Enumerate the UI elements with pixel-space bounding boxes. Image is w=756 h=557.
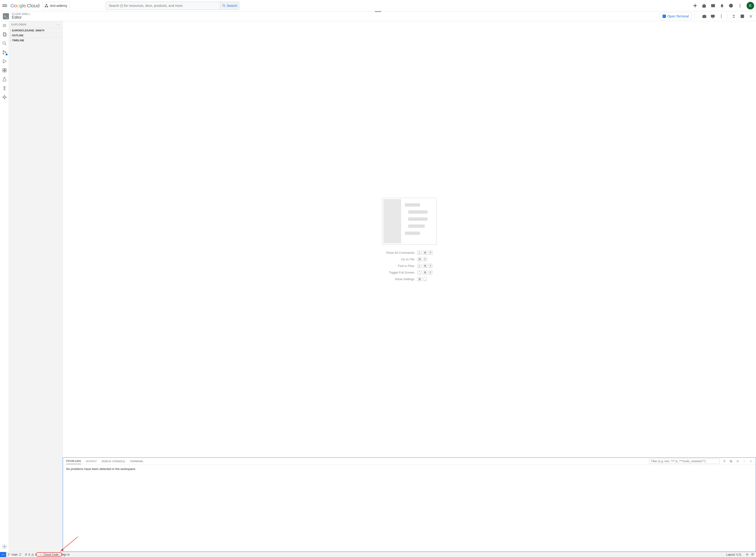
open-new-window-icon[interactable] xyxy=(740,14,745,19)
menu-icon[interactable] xyxy=(2,23,7,28)
welcome-view: Show All Commands⇧⌘PGo to File⌘PFind in … xyxy=(63,21,756,458)
gemini-status-icon[interactable] xyxy=(746,553,749,556)
search-button-label: Search xyxy=(227,4,237,7)
close-panel-icon[interactable] xyxy=(749,459,753,463)
extensions-icon[interactable] xyxy=(2,67,7,73)
explorer-header: EXPLORER ··· xyxy=(9,21,62,28)
explorer-more-icon[interactable]: ··· xyxy=(57,23,60,26)
open-terminal-button[interactable]: Open Terminal xyxy=(660,12,692,20)
panel-tab-terminal[interactable]: TERMINAL xyxy=(130,459,143,464)
drag-handle[interactable] xyxy=(375,11,381,12)
search-button[interactable]: Search xyxy=(220,2,239,9)
remote-indicator[interactable] xyxy=(0,552,6,557)
svg-point-29 xyxy=(3,53,4,54)
keycap: ⇧ xyxy=(417,264,422,268)
svg-rect-33 xyxy=(4,70,6,72)
cloud-shell-editor-icon: >_ xyxy=(3,13,9,19)
cloud-code-status-label: Cloud Code - Sign in xyxy=(44,553,69,556)
svg-rect-5 xyxy=(711,4,715,7)
svg-point-15 xyxy=(721,14,722,15)
view-as-list-icon[interactable] xyxy=(736,459,739,463)
hint-label: Show Settings xyxy=(386,277,414,281)
svg-rect-31 xyxy=(3,69,4,70)
gcp-header: Google Cloud test-aidemy Search E xyxy=(0,0,756,11)
gemini-icon[interactable] xyxy=(693,3,698,8)
gemini-sidebar-icon[interactable] xyxy=(2,94,7,100)
settings-gear-icon[interactable] xyxy=(2,544,7,550)
feedback-icon[interactable] xyxy=(751,553,754,556)
sync-icon xyxy=(19,553,22,556)
svg-point-45 xyxy=(10,554,10,554)
gift-icon[interactable] xyxy=(702,3,706,8)
problems-filter-input[interactable] xyxy=(649,459,720,464)
collapse-icon[interactable] xyxy=(731,14,736,19)
cloud-shell-sub-header: >_ CLOUD SHELL Editor Open Terminal xyxy=(0,11,756,21)
svg-line-1 xyxy=(224,6,225,7)
main-row: EXPLORER ··· ›EURONCLEGANE_666674 ›OUTLI… xyxy=(0,21,756,552)
panel-tab-debug-console[interactable]: DEBUG CONSOLE xyxy=(102,459,125,464)
git-branch-name: main xyxy=(11,553,18,556)
git-branch-item[interactable]: main xyxy=(6,553,23,556)
main-menu-icon[interactable] xyxy=(2,3,7,8)
google-cloud-logo[interactable]: Google Cloud xyxy=(10,3,39,8)
svg-point-9 xyxy=(740,7,740,7)
chevron-right-icon: › xyxy=(10,34,11,37)
cloud-code-status-icon xyxy=(39,553,43,556)
testing-icon[interactable] xyxy=(2,77,7,82)
svg-point-7 xyxy=(740,4,740,4)
warning-count: 0 xyxy=(35,553,37,556)
project-selector[interactable]: test-aidemy xyxy=(42,2,69,9)
shell-title-big: Editor xyxy=(12,15,30,20)
svg-rect-24 xyxy=(3,33,5,36)
sync-badge xyxy=(5,53,8,56)
error-icon xyxy=(25,553,28,556)
camera-icon[interactable] xyxy=(702,14,707,19)
svg-rect-36 xyxy=(730,460,731,462)
chevron-right-icon: › xyxy=(10,39,11,42)
cloud-code-status-item[interactable]: Cloud Code - Sign in xyxy=(38,553,71,556)
run-debug-icon[interactable] xyxy=(2,58,7,64)
panel-tab-output[interactable]: OUTPUT xyxy=(86,459,97,464)
hint-keys: ⌃⌘F xyxy=(417,270,432,274)
explorer-section[interactable]: ›EURONCLEGANE_666674 xyxy=(9,28,62,33)
search-icon[interactable] xyxy=(2,40,7,46)
keycap: ⌘ xyxy=(423,264,427,268)
branch-icon xyxy=(7,553,10,556)
search-input[interactable] xyxy=(106,2,220,9)
terminal-icon xyxy=(663,14,666,18)
problems-empty-text: No problems have been detected in the wo… xyxy=(66,467,136,471)
display-icon[interactable] xyxy=(710,14,715,19)
keycap: ⇧ xyxy=(417,251,422,255)
panel-tab-problems[interactable]: PROBLEMS xyxy=(66,458,81,464)
notifications-icon[interactable] xyxy=(720,3,724,8)
more-vert-icon[interactable] xyxy=(737,3,742,8)
svg-rect-34 xyxy=(4,69,6,70)
cloud-code-icon[interactable] xyxy=(2,85,7,91)
cloud-shell-icon[interactable] xyxy=(711,3,716,8)
editor-more-icon[interactable] xyxy=(719,14,724,19)
problems-status-item[interactable]: 0 0 xyxy=(23,553,38,556)
explorer-icon[interactable] xyxy=(2,32,7,37)
help-icon[interactable] xyxy=(729,3,733,8)
explorer-section[interactable]: ›OUTLINE xyxy=(9,33,62,38)
svg-rect-32 xyxy=(3,70,4,72)
close-icon[interactable] xyxy=(749,14,753,19)
account-avatar[interactable]: E xyxy=(747,2,754,9)
layout-status-item[interactable]: Layout: U.S. xyxy=(725,553,743,556)
source-control-icon[interactable] xyxy=(2,50,7,55)
welcome-placeholder-graphic xyxy=(382,198,437,245)
open-terminal-label: Open Terminal xyxy=(667,14,689,18)
sub-header-right xyxy=(702,14,753,19)
warning-icon xyxy=(31,553,34,556)
divider xyxy=(727,14,728,19)
problems-body: No problems have been detected in the wo… xyxy=(63,465,756,552)
hint-label: Toggle Full Screen xyxy=(386,271,414,274)
keycap: ⌘ xyxy=(423,270,427,274)
explorer-panel: EXPLORER ··· ›EURONCLEGANE_666674 ›OUTLI… xyxy=(9,21,63,552)
divider xyxy=(695,14,695,19)
collapse-all-icon[interactable] xyxy=(729,459,733,463)
explorer-section[interactable]: ›TIMELINE xyxy=(9,38,62,43)
chevron-up-icon[interactable] xyxy=(742,459,746,463)
keycap: ⌃ xyxy=(417,270,422,274)
filter-icon[interactable] xyxy=(723,459,726,463)
